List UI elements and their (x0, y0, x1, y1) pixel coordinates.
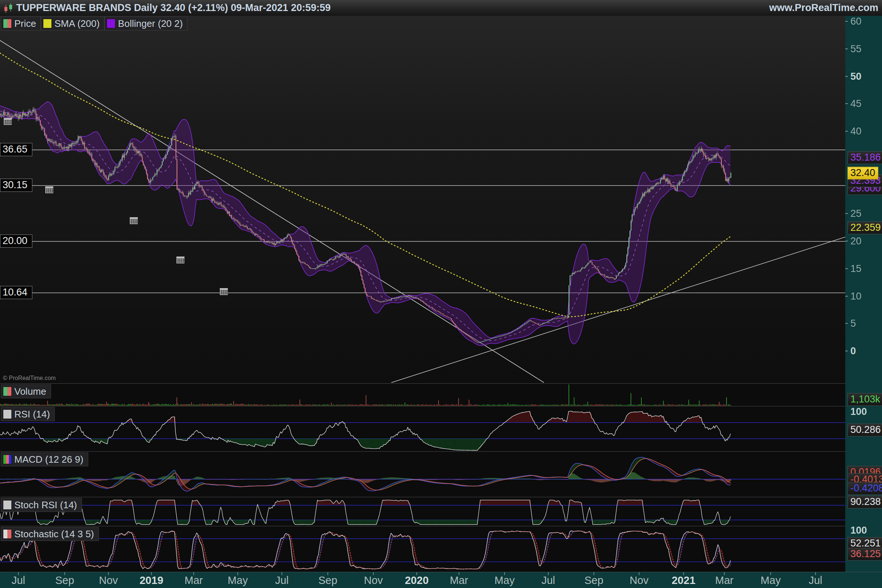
price-axis-tick (845, 351, 848, 351)
price-axis-label-50: 50 (850, 71, 861, 82)
price-axis-tick (845, 21, 848, 22)
time-axis[interactable]: JulSepNov2019MarMayJulSepNov2020MarMayJu… (0, 572, 882, 588)
stochrsi-chart-canvas[interactable] (0, 497, 845, 526)
stochastic-d-value: 36.125 (848, 548, 882, 561)
stochrsi-value: 90.238 (848, 496, 882, 508)
price-axis-tick (845, 268, 848, 269)
legend-label: Bollinger (20 2) (118, 18, 183, 29)
macd-legend: MACD (12 26 9) (1, 452, 88, 466)
boll-swatch-icon (106, 19, 116, 28)
rsi-swatch-icon (3, 410, 12, 419)
price-line-label-20.00[interactable]: 20.00 (0, 234, 32, 248)
last-price-value: 32.40 (848, 167, 878, 180)
price-axis-label-10: 10 (850, 291, 861, 302)
volume-value: 1,103k (848, 393, 882, 406)
price-line-label-30.15[interactable]: 30.15 (0, 178, 32, 192)
legend-label: Stoch RSI (14) (14, 500, 77, 511)
time-axis-label-Jul: Jul (11, 574, 25, 586)
time-axis-label-Sep: Sep (584, 574, 603, 586)
stochrsi-pane: Stoch RSI (14) (0, 497, 845, 526)
price-axis-tick (845, 48, 848, 49)
rsi-pane: RSI (14) (0, 406, 845, 452)
time-axis-label-May: May (761, 574, 781, 586)
price-axis-label-5: 5 (850, 318, 856, 329)
legend-sma-200[interactable]: SMA (200) (41, 16, 104, 30)
time-axis-label-2020: 2020 (405, 574, 429, 586)
price-axis-tick (845, 323, 848, 324)
time-axis-label-Jul: Jul (275, 574, 288, 586)
price-axis-label-40: 40 (850, 126, 861, 137)
volume-chart-canvas[interactable] (0, 384, 845, 406)
macd-chart-canvas[interactable] (0, 452, 845, 497)
stochastic-legend: Stochastic (14 3 5) (1, 527, 99, 541)
legend-stoch-rsi-14[interactable]: Stoch RSI (14) (1, 498, 82, 512)
site-link[interactable]: www.ProRealTime.com (769, 2, 878, 14)
time-axis-label-Nov: Nov (364, 574, 383, 586)
price-axis-tick (845, 76, 848, 77)
price-line-label-36.65[interactable]: 36.65 (0, 143, 32, 156)
price-axis-label-15: 15 (850, 263, 861, 274)
macd-value-3: -0.4208 (848, 482, 882, 495)
stochastic-100-label: 100 (850, 525, 867, 536)
price-axis-label-60: 60 (850, 16, 861, 27)
stochastic-chart-canvas[interactable] (0, 526, 845, 572)
time-axis-label-Jul: Jul (808, 574, 822, 586)
stochrsi-legend: Stoch RSI (14) (1, 498, 82, 512)
price-swatch-icon (3, 19, 12, 28)
header-title-group: TUPPERWARE BRANDS Daily 32.40 (+2.11%) 0… (3, 2, 331, 14)
time-axis-label-Mar: Mar (450, 574, 468, 586)
legend-price[interactable]: Price (1, 16, 41, 30)
sma-swatch-icon (43, 19, 52, 28)
candlestick-logo-icon (3, 3, 14, 14)
legend-rsi-14[interactable]: RSI (14) (1, 407, 55, 421)
macd-pane: MACD (12 26 9) (0, 451, 845, 497)
legend-macd-12-26-9[interactable]: MACD (12 26 9) (1, 452, 88, 466)
price-axis-tick (845, 213, 848, 214)
symbol-title: TUPPERWARE BRANDS (16, 2, 131, 14)
time-axis-label-Nov: Nov (99, 574, 118, 586)
time-axis-label-2019: 2019 (140, 574, 164, 586)
volume-swatch-icon (3, 387, 12, 396)
price-axis-label-0: 0 (850, 345, 856, 357)
price-chart-canvas[interactable] (0, 16, 845, 383)
price-axis-tick (845, 103, 848, 104)
price-axis-label-45: 45 (850, 98, 861, 110)
legend-label: Stochastic (14 3 5) (14, 528, 94, 540)
header-bar: TUPPERWARE BRANDS Daily 32.40 (+2.11%) 0… (0, 0, 882, 16)
price-axis-label-55: 55 (850, 44, 861, 55)
time-axis-label-Mar: Mar (184, 574, 203, 586)
time-axis-label-Jul: Jul (542, 574, 555, 586)
price-pane: PriceSMA (200)Bollinger (20 2) 36.6530.1… (0, 16, 845, 383)
legend-volume[interactable]: Volume (1, 384, 51, 398)
legend-label: Price (14, 18, 36, 29)
rsi-chart-canvas[interactable] (0, 406, 845, 452)
price-axis-tick (845, 296, 848, 297)
time-axis-label-Sep: Sep (55, 574, 74, 586)
stochastic-pane: Stochastic (14 3 5) (0, 526, 845, 572)
header-change-pct: (+2.11%) (188, 2, 228, 14)
legend-stochastic-14-3-5[interactable]: Stochastic (14 3 5) (1, 527, 99, 541)
legend-label: SMA (200) (54, 18, 100, 29)
rsi-legend: RSI (14) (1, 407, 55, 421)
header-timeframe: Daily (134, 2, 158, 14)
right-price-axis[interactable]: 6055504540252015105035.18632.4032.39329.… (845, 16, 882, 572)
sma-value: 22.359 (848, 222, 882, 234)
volume-pane: Volume (0, 383, 845, 406)
legend-label: Volume (14, 386, 46, 397)
price-axis-tick (845, 131, 848, 132)
time-axis-label-Nov: Nov (630, 574, 649, 586)
time-axis-label-May: May (228, 574, 248, 586)
stochrsi-swatch-icon (3, 500, 12, 510)
price-axis-label-20: 20 (850, 236, 861, 247)
header-last-price: 32.40 (160, 2, 186, 14)
header-datetime: 09-Mar-2021 20:59:59 (231, 2, 331, 14)
time-axis-label-May: May (495, 574, 515, 586)
prorealtime-chart-window: TUPPERWARE BRANDS Daily 32.40 (+2.11%) 0… (0, 0, 882, 588)
upper-band-value: 35.186 (848, 152, 882, 164)
price-axis-tick (845, 241, 848, 242)
legend-bollinger-20-2[interactable]: Bollinger (20 2) (104, 16, 188, 30)
copyright-watermark: © ProRealTime.com (3, 375, 56, 381)
time-axis-label-2021: 2021 (672, 574, 696, 586)
price-line-label-10.64[interactable]: 10.64 (0, 286, 32, 299)
rsi-value: 50.286 (848, 424, 882, 436)
